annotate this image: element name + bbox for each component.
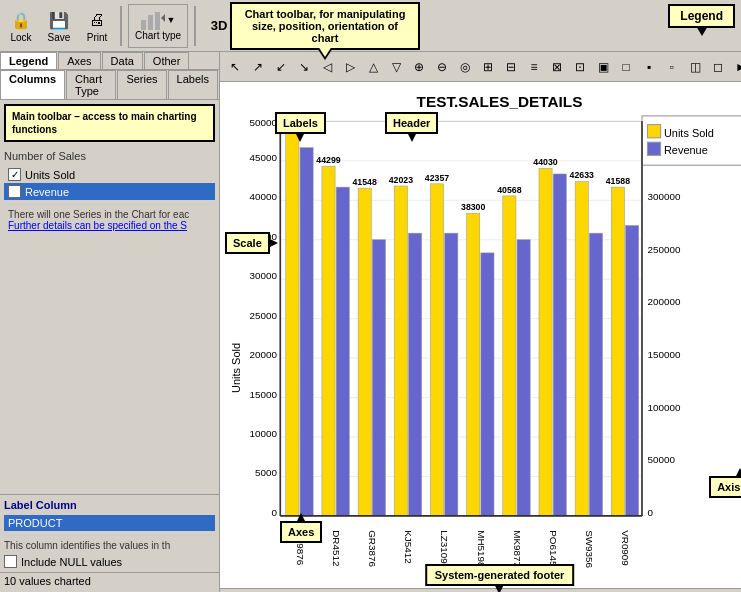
svg-text:15000: 15000 [250,389,278,400]
lock-button[interactable]: 🔒 Lock [4,4,38,48]
legend-arrow [696,26,708,36]
svg-rect-41 [372,240,385,516]
svg-text:40568: 40568 [497,185,521,195]
svg-text:DR4512: DR4512 [331,530,342,566]
chart-tb-btn-21[interactable]: ◻ [707,56,729,78]
svg-rect-46 [430,184,443,516]
tab-row-2: Columns Chart Type Series Labels [0,70,219,100]
save-button[interactable]: 💾 Save [42,4,76,48]
legend-revenue-icon [647,142,660,155]
chart-tb-btn-7[interactable]: ▽ [385,56,407,78]
chart-tb-btn-3[interactable]: ↘ [293,56,315,78]
svg-text:45000: 45000 [250,152,278,163]
svg-marker-3 [161,14,165,22]
tab-legend[interactable]: Legend [0,52,57,69]
svg-text:PO6145: PO6145 [548,530,559,567]
series-item-1[interactable]: ✓ Revenue [4,183,215,200]
chart-type-icon [141,10,165,30]
svg-text:SW9356: SW9356 [584,530,595,568]
chart-tb-btn-2[interactable]: ↙ [270,56,292,78]
axis-title-callout: Axis title [709,476,741,498]
svg-text:200000: 200000 [647,296,680,307]
chart-tb-btn-1[interactable]: ↗ [247,56,269,78]
chart-tb-btn-11[interactable]: ⊞ [477,56,499,78]
svg-rect-37 [322,166,335,516]
chart-panel: ↖ ↗ ↙ ↘ ◁ ▷ △ ▽ ⊕ ⊖ ◎ ⊞ ⊟ ≡ ⊠ ⊡ ▣ □ ▪ ▫ [220,52,741,592]
chart-tb-btn-17[interactable]: □ [615,56,637,78]
svg-text:41548: 41548 [353,177,377,187]
separator-2 [194,6,196,46]
null-checkbox[interactable] [4,555,17,568]
toolbar-tooltip: Chart toolbar, for manipulating size, po… [230,2,420,50]
null-check[interactable]: Include NULL values [4,555,215,568]
svg-text:30000: 30000 [250,270,278,281]
3d-icon: 3D [207,14,231,38]
revenue-checkbox[interactable]: ✓ [8,185,21,198]
tab-chart-type[interactable]: Chart Type [66,70,116,99]
svg-rect-1 [148,15,153,30]
labels-callout: Labels [275,112,326,134]
tab-data[interactable]: Data [102,52,143,69]
chart-footer-bar: Chart generated at 2010-01-31 14:13:50 S… [220,588,741,592]
series-link[interactable]: Further details can be specified on the … [8,220,211,231]
chart-tb-btn-16[interactable]: ▣ [592,56,614,78]
chart-canvas: TEST.SALES_DETAILS Units Sold Revenue Un… [220,82,741,588]
legend-box [642,116,741,165]
svg-text:38300: 38300 [461,202,485,212]
scale-callout: Scale [225,232,270,254]
svg-text:42633: 42633 [570,170,594,180]
series-section: Number of Sales ✓ Units Sold ✓ Revenue T… [0,146,219,494]
svg-text:KJ5412: KJ5412 [403,530,414,563]
chart-tb-btn-20[interactable]: ◫ [684,56,706,78]
label-column-section: Label Column PRODUCT This column identif… [0,494,219,572]
units-sold-checkbox[interactable]: ✓ [8,168,21,181]
series-item-0[interactable]: ✓ Units Sold [4,166,215,183]
svg-text:100000: 100000 [647,402,680,413]
y-axis-left-label: Units Sold [230,343,242,393]
svg-text:50000: 50000 [647,454,675,465]
label-column-title: Label Column [4,499,215,511]
tab-row-1: Legend Axes Data Other [0,52,219,70]
svg-text:LZ3109: LZ3109 [439,530,450,564]
left-panel: Legend Axes Data Other Columns Chart Typ… [0,52,220,592]
svg-text:GR3876: GR3876 [367,530,378,567]
chart-tb-btn-8[interactable]: ⊕ [408,56,430,78]
svg-rect-40 [358,188,371,516]
app-container: 🔒 Lock 💾 Save 🖨 Print ▼ Chart type [0,0,741,592]
chart-tb-btn-9[interactable]: ⊖ [431,56,453,78]
series-title: Number of Sales [4,150,215,162]
svg-text:41588: 41588 [606,176,630,186]
svg-rect-55 [539,168,552,515]
tab-other[interactable]: Other [144,52,190,69]
legend-revenue-label: Revenue [664,144,708,156]
tab-axes[interactable]: Axes [58,52,100,69]
chart-tb-btn-14[interactable]: ⊠ [546,56,568,78]
chart-title: TEST.SALES_DETAILS [417,93,583,110]
print-button[interactable]: 🖨 Print [80,4,114,48]
svg-text:MK9877: MK9877 [512,530,523,567]
chart-tb-btn-13[interactable]: ≡ [523,56,545,78]
chart-tb-btn-15[interactable]: ⊡ [569,56,591,78]
chart-tb-btn-22[interactable]: ► [730,56,741,78]
svg-text:42357: 42357 [425,173,449,183]
chart-tb-btn-18[interactable]: ▪ [638,56,660,78]
axes-callout: Axes [280,521,322,543]
tab-columns[interactable]: Columns [0,70,65,99]
svg-text:50000: 50000 [250,117,278,128]
tab-series[interactable]: Series [117,70,166,99]
header-callout: Header [385,112,438,134]
chart-tb-btn-10[interactable]: ◎ [454,56,476,78]
print-icon: 🖨 [85,8,109,32]
chart-tb-btn-5[interactable]: ▷ [339,56,361,78]
main-toolbar-callout: Main toolbar – access to main charting f… [4,104,215,142]
chart-tb-btn-12[interactable]: ⊟ [500,56,522,78]
chart-type-button[interactable]: ▼ Chart type [128,4,188,48]
chart-tb-btn-6[interactable]: △ [362,56,384,78]
chart-tb-btn-0[interactable]: ↖ [224,56,246,78]
chart-tb-btn-19[interactable]: ▫ [661,56,683,78]
svg-rect-34 [286,128,299,516]
svg-rect-52 [503,196,516,516]
status-bar: 10 values charted [0,572,219,592]
svg-rect-61 [611,187,624,516]
tab-labels[interactable]: Labels [168,70,218,99]
